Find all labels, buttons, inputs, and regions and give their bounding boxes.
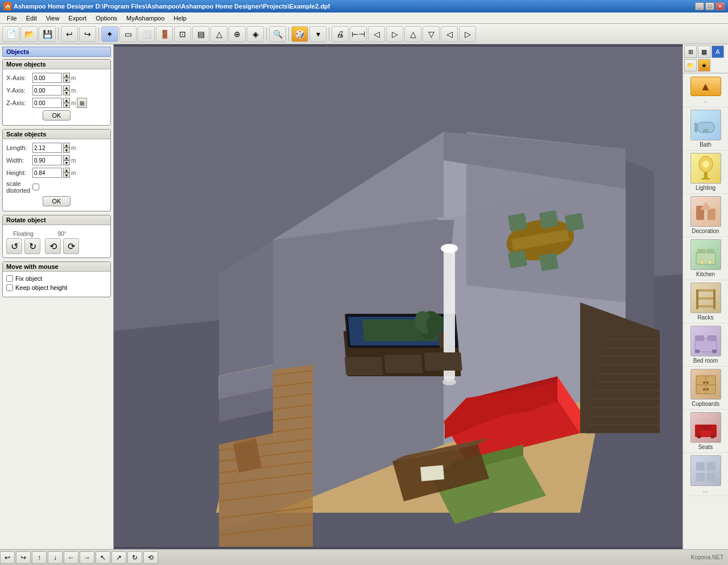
toolbar-search[interactable]: 🔍	[269, 26, 286, 42]
menu-export[interactable]: Export	[64, 14, 91, 23]
x-axis-spinners[interactable]: ▲ ▼	[63, 73, 70, 83]
minimize-button[interactable]: _	[695, 2, 704, 10]
category-racks[interactable]: Racks	[683, 280, 728, 323]
rotate-left-button[interactable]: ↺	[6, 238, 22, 254]
x-axis-down[interactable]: ▼	[63, 78, 70, 83]
nav-down-btn[interactable]: ↓	[48, 551, 63, 564]
menu-file[interactable]: File	[2, 14, 22, 23]
nav-up-btn[interactable]: ↑	[32, 551, 47, 564]
tab-objects[interactable]: A	[712, 45, 724, 58]
toolbar-nav1[interactable]: ◁	[368, 26, 385, 42]
z-axis-down[interactable]: ▼	[63, 103, 70, 108]
y-axis-input[interactable]	[32, 85, 62, 95]
toolbar-roof[interactable]: △	[210, 26, 228, 42]
toolbar-door[interactable]: 🚪	[156, 26, 173, 42]
nav-up[interactable]: ▲ ..	[683, 73, 728, 107]
decoration-label: Decoration	[692, 228, 719, 234]
width-spinners[interactable]: ▲ ▼	[63, 155, 70, 165]
toolbar-3d[interactable]: 🎲	[291, 26, 308, 42]
category-kitchen[interactable]: Kitchen	[683, 237, 728, 280]
nav-upleft[interactable]: ↖	[96, 551, 110, 564]
move-ok-button[interactable]: OK	[43, 110, 71, 121]
category-cupboards[interactable]: Cupboards	[683, 367, 728, 410]
category-more[interactable]: ...	[683, 453, 728, 496]
toolbar-view-toggle[interactable]: ▾	[309, 26, 326, 42]
toolbar-dim[interactable]: ⊢⊣	[350, 26, 367, 42]
z-axis-file[interactable]: ⊞	[77, 98, 87, 108]
z-axis-up[interactable]: ▲	[63, 98, 70, 103]
length-down[interactable]: ▼	[63, 148, 70, 153]
toolbar-stairs[interactable]: ▤	[192, 26, 209, 42]
width-up[interactable]: ▲	[63, 155, 70, 160]
toolbar-select[interactable]: ✦	[101, 26, 118, 42]
nav-right[interactable]: →	[80, 551, 94, 564]
length-input[interactable]	[32, 143, 62, 153]
rotate-90-right-button[interactable]: ⟳	[63, 238, 79, 254]
category-decoration[interactable]: Decoration	[683, 194, 728, 237]
tab-grid[interactable]: ⊞	[684, 45, 697, 58]
tab-folder[interactable]: 📁	[684, 59, 697, 72]
maximize-button[interactable]: □	[705, 2, 714, 10]
length-spinners[interactable]: ▲ ▼	[63, 143, 70, 153]
toolbar-place[interactable]: ◈	[247, 26, 264, 42]
height-spinners[interactable]: ▲ ▼	[63, 168, 70, 178]
keep-height-checkbox[interactable]	[6, 284, 13, 291]
toolbar-save[interactable]: 💾	[39, 26, 56, 42]
menu-myashampoo[interactable]: MyAshampoo	[122, 14, 169, 23]
menu-view[interactable]: View	[42, 14, 64, 23]
menu-edit[interactable]: Edit	[22, 14, 42, 23]
nav-upright[interactable]: ↗	[111, 551, 126, 564]
width-down[interactable]: ▼	[63, 160, 70, 165]
toolbar-nav3[interactable]: △	[404, 26, 421, 42]
toolbar-nav6[interactable]: ▷	[459, 26, 476, 42]
toolbar-redo[interactable]: ↪	[79, 26, 96, 42]
toolbar-nav2[interactable]: ▷	[386, 26, 403, 42]
category-seats[interactable]: Seats	[683, 410, 728, 453]
length-up[interactable]: ▲	[63, 143, 70, 148]
y-axis-spinners[interactable]: ▲ ▼	[63, 85, 70, 95]
scale-ok-button[interactable]: OK	[43, 196, 71, 206]
tab-list[interactable]: ▦	[698, 45, 710, 58]
nav-forward[interactable]: ↪	[16, 551, 31, 564]
category-lighting[interactable]: Lighting	[683, 151, 728, 194]
toolbar-room[interactable]: ⬜	[138, 26, 155, 42]
toolbar-window2[interactable]: ⊡	[174, 26, 191, 42]
window-controls[interactable]: _ □ ×	[695, 2, 725, 10]
rotate-right-button[interactable]: ↻	[24, 238, 40, 254]
menu-help[interactable]: Help	[169, 14, 191, 23]
category-bedroom[interactable]: Bed room	[683, 323, 728, 367]
nav-left[interactable]: ←	[64, 551, 78, 564]
height-down[interactable]: ▼	[63, 173, 70, 178]
toolbar-measure[interactable]: ⊕	[229, 26, 246, 42]
bath-label: Bath	[700, 142, 712, 148]
height-input[interactable]	[32, 168, 62, 178]
toolbar-undo[interactable]: ↩	[61, 26, 78, 42]
width-input[interactable]	[32, 155, 62, 165]
nav-up-arrow[interactable]: ▲	[690, 77, 721, 96]
toolbar-print[interactable]: 🖨	[332, 26, 349, 42]
svg-rect-69	[424, 352, 462, 371]
nav-back[interactable]: ↩	[0, 551, 15, 564]
viewport[interactable]	[114, 44, 682, 549]
toolbar-nav4[interactable]: ▽	[423, 26, 440, 42]
z-axis-input[interactable]	[32, 98, 62, 108]
y-axis-up[interactable]: ▲	[63, 85, 70, 90]
y-axis-down[interactable]: ▼	[63, 90, 70, 95]
toolbar-wall[interactable]: ▭	[119, 26, 136, 42]
z-axis-spinners[interactable]: ▲ ▼	[63, 98, 70, 108]
toolbar-nav5[interactable]: ◁	[441, 26, 458, 42]
x-axis-up[interactable]: ▲	[63, 73, 70, 78]
close-button[interactable]: ×	[715, 2, 725, 10]
menu-options[interactable]: Options	[91, 14, 122, 23]
nav-rotate-cw[interactable]: ↻	[127, 551, 142, 564]
scale-distorted-checkbox[interactable]	[32, 184, 39, 190]
x-axis-input[interactable]	[32, 73, 62, 83]
nav-rotate-ccw[interactable]: ⟲	[143, 551, 158, 564]
fix-object-checkbox[interactable]	[6, 275, 13, 282]
height-up[interactable]: ▲	[63, 168, 70, 173]
category-bath[interactable]: Bath	[683, 107, 728, 151]
rotate-90-left-button[interactable]: ⟲	[45, 238, 61, 254]
tab-star[interactable]: ★	[698, 59, 710, 72]
toolbar-new[interactable]: 📄	[2, 26, 19, 42]
toolbar-open[interactable]: 📂	[20, 26, 38, 42]
